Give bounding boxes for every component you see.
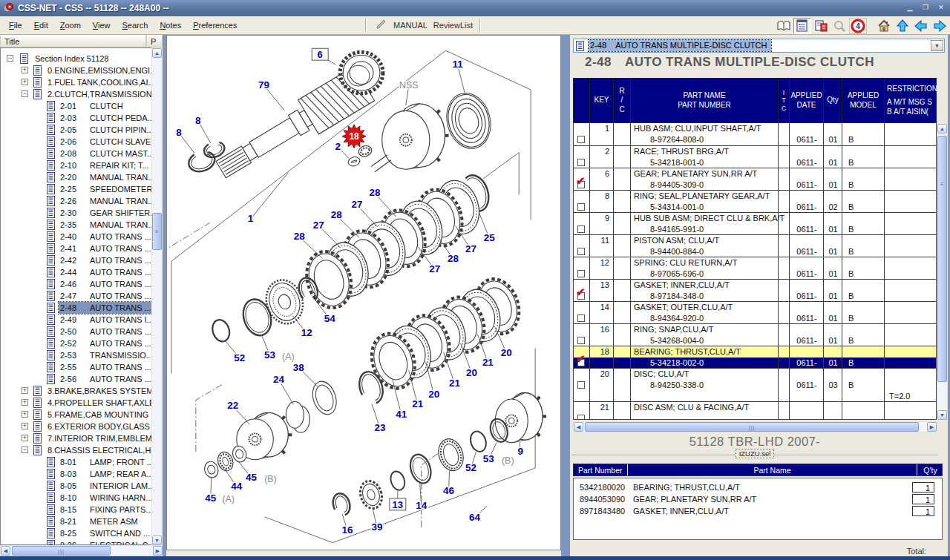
zoom-icon[interactable] — [831, 18, 848, 34]
tree-item-8-25[interactable]: 8-25SWITCH AND ... — [1, 527, 151, 539]
tree-toggle[interactable]: − — [22, 90, 28, 97]
menu-search[interactable]: Search — [117, 19, 154, 32]
tree-vertical-scrollbar[interactable]: ▲ ▼ ≡ — [151, 47, 163, 545]
selection-row[interactable]: 5342180020 BEARING; THRUST,CLU,A/T 1 — [574, 483, 942, 495]
callout[interactable]: 21 — [412, 398, 423, 409]
callout[interactable]: 41 — [396, 409, 407, 420]
callout[interactable]: 27 — [352, 199, 363, 210]
tree-item-2-47[interactable]: 2-47AUTO TRANS ... — [1, 290, 151, 302]
callout[interactable]: 21 — [449, 378, 460, 389]
tree-item-2-50[interactable]: 2-50AUTO TRANS ... — [1, 326, 151, 337]
parts-row-6[interactable]: ✔6GEAR; PLANETARY SUN,RR A/T8-94405-309-… — [574, 168, 936, 190]
callout[interactable]: 14 — [416, 500, 427, 511]
callout[interactable]: 8 — [195, 115, 201, 126]
parts-row-13[interactable]: ✔13GASKET; INNER,CLU,A/T8-97184-348-0061… — [574, 279, 936, 301]
tree-horizontal-scrollbar[interactable]: ◀ ▶ ||| — [0, 545, 163, 556]
tree-item-8-10[interactable]: 8-10WIRING HARN... — [1, 492, 151, 504]
callout[interactable]: 21 — [482, 357, 494, 368]
callout[interactable]: 39 — [371, 521, 382, 533]
parts-table-horizontal-scrollbar[interactable]: ◀▶ ||| — [573, 421, 937, 432]
tree-item-8-26[interactable]: 8-26ELECTRICAL C... — [1, 539, 151, 545]
tree-item-2-40[interactable]: 2-40AUTO TRANS ... — [1, 231, 151, 243]
tree-toggle[interactable]: − — [22, 447, 28, 453]
tree-item-8-05[interactable]: 8-05INTERIOR LAM... — [1, 480, 151, 492]
tree-toggle[interactable]: + — [22, 399, 28, 406]
callout[interactable]: 1 — [248, 213, 254, 224]
tree-toggle[interactable]: + — [22, 67, 28, 73]
row-checkbox[interactable] — [577, 314, 585, 322]
parts-row-9[interactable]: 9HUB SUB ASM; DIRECT CLU & BRK,A/T8-9416… — [574, 212, 936, 234]
row-checkbox[interactable] — [577, 159, 585, 166]
tree-item-2-20[interactable]: 2-20MANUAL TRAN... — [1, 171, 151, 183]
parts-row-16[interactable]: 16RING; SNAP,CLU,A/T5-34268-004-00611-01… — [574, 323, 936, 346]
callout[interactable]: 27 — [313, 220, 324, 231]
callout[interactable]: 79 — [258, 79, 269, 90]
callout[interactable]: 38 — [293, 362, 304, 373]
tree-item-2-03[interactable]: 2-03CLUTCH PEDA... — [1, 112, 151, 124]
close-button[interactable]: ✕ — [936, 3, 946, 13]
callout[interactable]: 22 — [227, 400, 238, 411]
row-checkbox[interactable] — [577, 337, 585, 344]
qty-input[interactable]: 1 — [912, 482, 934, 493]
callout[interactable]: 6 — [318, 49, 323, 60]
callout[interactable]: 28 — [369, 187, 380, 198]
callout[interactable]: 9 — [517, 446, 522, 457]
tree-item[interactable]: +7.INTERIOR TRIM,EMBLEM... — [1, 432, 151, 444]
menu-zoom[interactable]: Zoom — [54, 19, 87, 32]
callout[interactable]: 12 — [301, 327, 312, 338]
callout[interactable]: 53 — [483, 453, 494, 464]
callout[interactable]: 28 — [448, 253, 459, 264]
callout[interactable]: 52 — [465, 462, 476, 473]
section-combo[interactable]: 2-48 AUTO TRANS MULTIPLE-DISC CLUTCH ▼ — [573, 39, 945, 53]
row-checkbox[interactable] — [577, 270, 585, 277]
callout[interactable]: 44 — [231, 481, 242, 492]
tree-item[interactable]: +4.PROPELLER SHAFT,AXLE... — [1, 397, 151, 409]
selection-row[interactable]: 8944053090 GEAR; PLANETARY SUN,RR A/T 1 — [574, 495, 942, 507]
parts-list-icon[interactable] — [793, 18, 811, 34]
tree-toggle[interactable]: + — [22, 411, 28, 418]
parts-row-14[interactable]: 14GASKET; OUTER,CLU,A/T8-94364-920-00611… — [574, 301, 936, 323]
tree-header-title[interactable]: Title — [0, 35, 146, 47]
callout[interactable]: 53 — [264, 349, 275, 360]
callout[interactable]: 20 — [501, 347, 512, 358]
tree-item-8-15[interactable]: 8-15FIXING PARTS... — [1, 504, 151, 515]
tree-item[interactable]: +6.EXTERIOR BODY,GLASS ... — [1, 421, 151, 432]
menu-edit[interactable]: Edit — [28, 19, 54, 32]
callout[interactable]: 27 — [465, 243, 476, 254]
callout[interactable]: 20 — [466, 367, 477, 378]
tree-item-2-05[interactable]: 2-05CLUTCH PIPIN... — [1, 124, 151, 136]
arrow-left-icon[interactable] — [912, 18, 930, 34]
tree-item-2-06[interactable]: 2-06CLUTCH SLAVE... — [1, 136, 151, 148]
home-icon[interactable] — [875, 18, 893, 34]
tree-item[interactable]: +0.ENGINE,EMISSION,ENGI... — [1, 65, 151, 76]
callout[interactable]: 28 — [331, 209, 342, 220]
minimize-button[interactable]: ▁ — [905, 3, 915, 13]
tree-item-2-10[interactable]: 2-10REPAIR KIT; T... — [1, 159, 151, 171]
row-checkbox[interactable] — [577, 248, 585, 255]
tree-item-2-53[interactable]: 2-53TRANSMISSIO... — [1, 349, 151, 361]
tree-item-2-55[interactable]: 2-55AUTO TRANS ... — [1, 361, 151, 373]
callout[interactable]: 45 — [205, 493, 216, 504]
combo-dropdown-button[interactable]: ▼ — [931, 40, 943, 51]
menu-notes[interactable]: Notes — [154, 19, 187, 32]
tree-toggle[interactable]: − — [7, 55, 13, 62]
parts-row-2[interactable]: 2RACE; THRUST BRG,A/T5-34218-001-00611-0… — [574, 145, 936, 168]
callout[interactable]: 13 — [393, 499, 403, 510]
tree-item-8-03[interactable]: 8-03LAMP; REAR A... — [1, 468, 151, 480]
tree-item-8-21[interactable]: 8-21METER ASM — [1, 515, 151, 527]
row-checkbox[interactable] — [577, 225, 585, 233]
callout[interactable]: 46 — [443, 485, 454, 496]
row-checkbox[interactable] — [577, 415, 585, 420]
review-copy-icon[interactable] — [812, 18, 830, 34]
row-checkbox[interactable] — [577, 136, 585, 143]
parts-row-12[interactable]: 12SPRING; CLU RETURN,A/T8-97065-696-0061… — [574, 257, 936, 279]
selection-row[interactable]: 8971843480 GASKET; INNER,CLU,A/T 1 — [574, 507, 942, 518]
callout[interactable]: 24 — [273, 374, 284, 385]
tree-item-2-25[interactable]: 2-25SPEEDOMETER... — [1, 183, 151, 195]
manual-book-icon[interactable] — [775, 18, 793, 34]
splitter-right[interactable] — [561, 35, 570, 560]
row-checkbox[interactable] — [577, 381, 585, 389]
arrow-right-icon[interactable] — [931, 18, 949, 34]
tree-toggle[interactable]: + — [22, 435, 28, 441]
menu-view[interactable]: View — [87, 19, 117, 32]
